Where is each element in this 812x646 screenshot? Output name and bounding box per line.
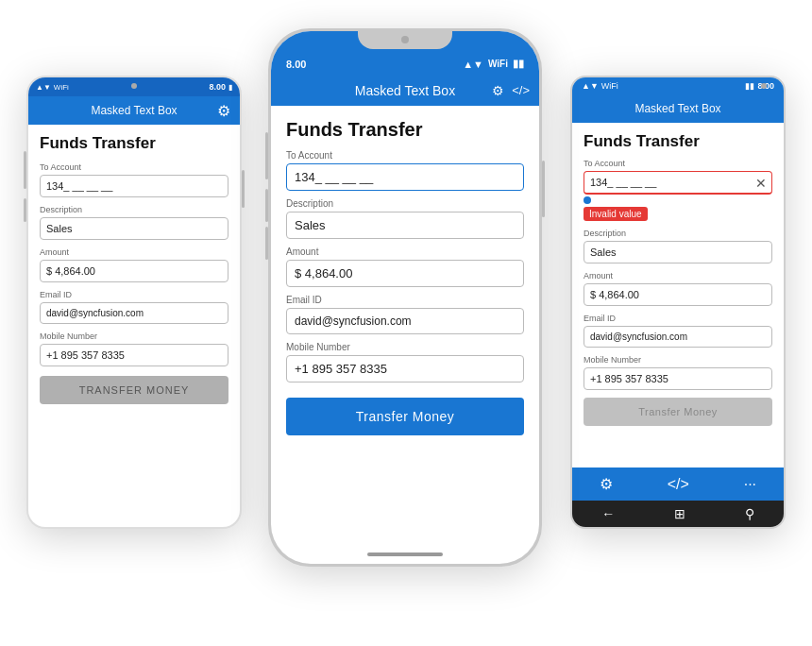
left-bar-icons: ⚙ xyxy=(217,102,230,120)
left-transfer-button[interactable]: TRANSFER MONEY xyxy=(40,376,228,404)
center-notch xyxy=(358,28,452,49)
right-camera xyxy=(761,83,767,89)
right-bottom-settings-icon[interactable]: ⚙ xyxy=(600,475,613,493)
center-funds-title: Funds Transfer xyxy=(286,119,524,141)
right-phone-inner: ▲▼ WiFi ▮▮ 8.00 Masked Text Box Funds Tr… xyxy=(572,77,784,527)
center-battery-icon: ▮▮ xyxy=(513,58,524,70)
center-app-bar-title: Masked Text Box xyxy=(355,83,455,98)
right-label-mobile: Mobile Number xyxy=(584,355,772,365)
left-funds-title: Funds Transfer xyxy=(40,134,228,153)
right-nav-search-icon[interactable]: ⚲ xyxy=(745,506,754,521)
right-nav-home-icon[interactable]: ⊞ xyxy=(674,506,685,521)
left-app-bar-title: Masked Text Box xyxy=(91,104,177,117)
right-progress-dot xyxy=(584,196,591,204)
right-clear-icon[interactable]: ✕ xyxy=(755,176,767,191)
right-content: Funds Transfer To Account ✕ Invalid valu… xyxy=(572,123,784,468)
right-battery-icon: ▮▮ xyxy=(745,81,754,91)
left-label-email: Email ID xyxy=(40,290,228,299)
left-label-amount: Amount xyxy=(40,247,228,257)
left-label-account: To Account xyxy=(40,162,228,172)
center-input-account[interactable] xyxy=(286,163,524,191)
right-input-account[interactable] xyxy=(584,171,772,195)
center-content: Funds Transfer To Account Description Am… xyxy=(271,106,539,449)
left-content: Funds Transfer To Account Description Am… xyxy=(28,125,240,414)
right-label-desc: Description xyxy=(584,229,772,238)
center-label-email: Email ID xyxy=(286,295,524,305)
left-label-mobile: Mobile Number xyxy=(40,332,228,341)
right-phone: ▲▼ WiFi ▮▮ 8.00 Masked Text Box Funds Tr… xyxy=(570,76,786,529)
center-input-amount[interactable] xyxy=(286,260,524,287)
center-home-bar xyxy=(367,552,443,556)
center-label-amount: Amount xyxy=(286,246,524,257)
right-label-account: To Account xyxy=(584,159,772,168)
left-app-bar: Masked Text Box ⚙ xyxy=(28,96,240,125)
center-label-mobile: Mobile Number xyxy=(286,342,524,352)
right-label-amount: Amount xyxy=(584,271,772,280)
center-label-account: To Account xyxy=(286,150,524,161)
right-nav-back-icon[interactable]: ← xyxy=(601,506,615,521)
right-bottom-code-icon[interactable]: </> xyxy=(668,476,689,493)
right-input-desc[interactable] xyxy=(584,241,772,264)
right-signal-icon: ▲▼ xyxy=(582,81,599,91)
center-input-mobile[interactable] xyxy=(286,355,524,382)
center-time: 8.00 xyxy=(286,59,306,70)
left-input-amount[interactable] xyxy=(40,260,228,282)
left-input-email[interactable] xyxy=(40,302,228,324)
center-transfer-button[interactable]: Transfer Money xyxy=(286,398,524,435)
center-wifi-icon: WiFi xyxy=(488,59,508,69)
left-phone: ▲▼ WiFi 8.00 ▮ Masked Text Box ⚙ Funds T… xyxy=(26,76,242,529)
center-label-desc: Description xyxy=(286,198,524,209)
right-wifi-icon: WiFi xyxy=(601,81,618,91)
left-wifi-icon: WiFi xyxy=(54,83,69,92)
right-win-bottom-bar: ⚙ </> ··· xyxy=(572,468,784,501)
right-win-nav-bar: ← ⊞ ⚲ xyxy=(572,501,784,527)
left-label-desc: Description xyxy=(40,205,228,214)
left-input-mobile[interactable] xyxy=(40,344,228,366)
center-camera xyxy=(401,36,409,43)
center-phone: 8.00 ▲▼ WiFi ▮▮ Masked Text Box ⚙ </> Fu… xyxy=(268,28,542,567)
right-status-bar: ▲▼ WiFi ▮▮ 8.00 xyxy=(572,77,784,94)
center-input-email[interactable] xyxy=(286,308,524,334)
right-invalid-badge: Invalid value xyxy=(584,204,772,221)
right-input-email[interactable] xyxy=(584,326,772,348)
right-funds-title: Funds Transfer xyxy=(584,132,772,151)
left-input-desc[interactable] xyxy=(40,217,228,240)
right-account-wrapper: ✕ xyxy=(584,171,772,195)
center-code-icon[interactable]: </> xyxy=(512,83,530,98)
left-input-account[interactable] xyxy=(40,175,228,197)
center-bar-icons: ⚙ </> xyxy=(492,83,530,98)
right-bottom-dots-icon[interactable]: ··· xyxy=(744,476,756,493)
center-status-icons: ▲▼ WiFi ▮▮ xyxy=(463,58,524,70)
left-signal-icon: ▲▼ xyxy=(36,83,51,92)
left-settings-icon[interactable]: ⚙ xyxy=(217,102,230,120)
right-input-mobile[interactable] xyxy=(584,367,772,390)
left-battery-icon: ▮ xyxy=(228,83,232,92)
right-status-right: ▮▮ 8.00 xyxy=(745,81,774,91)
left-battery-text: 8.00 xyxy=(209,82,226,92)
right-transfer-button[interactable]: Transfer Money xyxy=(584,398,772,426)
center-input-desc[interactable] xyxy=(286,212,524,239)
right-app-bar-title: Masked Text Box xyxy=(634,102,720,115)
left-phone-inner: ▲▼ WiFi 8.00 ▮ Masked Text Box ⚙ Funds T… xyxy=(28,77,240,527)
center-settings-icon[interactable]: ⚙ xyxy=(492,83,504,98)
center-signal-icon: ▲▼ xyxy=(463,59,483,70)
right-input-amount[interactable] xyxy=(584,283,772,306)
right-status-left: ▲▼ WiFi xyxy=(582,81,618,91)
scene: ▲▼ WiFi 8.00 ▮ Masked Text Box ⚙ Funds T… xyxy=(0,0,812,646)
center-phone-inner: 8.00 ▲▼ WiFi ▮▮ Masked Text Box ⚙ </> Fu… xyxy=(271,31,539,564)
right-app-bar: Masked Text Box xyxy=(572,94,784,123)
center-app-bar: Masked Text Box ⚙ </> xyxy=(271,76,539,106)
right-label-email: Email ID xyxy=(584,314,772,323)
